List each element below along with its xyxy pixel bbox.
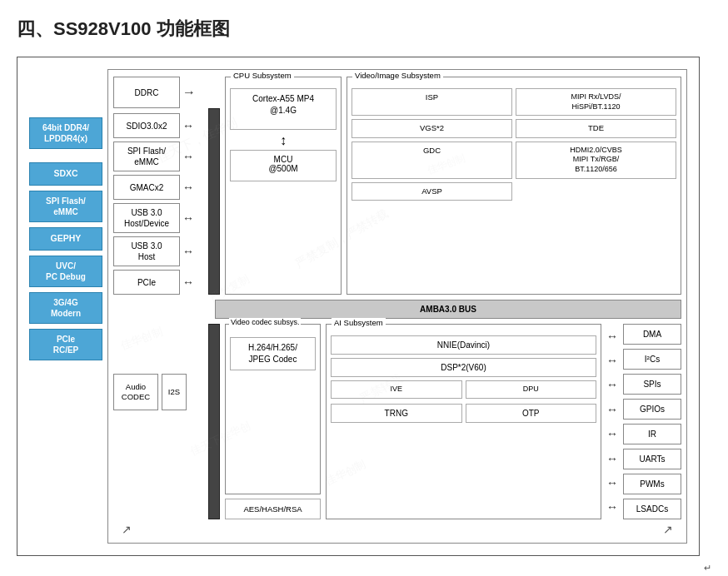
bottom-left-arrow: ↗ [122, 523, 132, 536]
bottom-right-arrow: ↗ [663, 523, 673, 536]
usb-hd-arrow: ↔ [182, 211, 194, 225]
ai-subsystem-label: AI Subsystem [332, 318, 386, 327]
ive-dpu-row: IVE DPU [331, 380, 596, 399]
inner-left-blocks: DDRC → SDIO3.0x2 ↔ SPI Flash/eMMC ↔ GMAC… [113, 77, 203, 295]
usb-h-block: USB 3.0Host [113, 236, 180, 266]
amba-bus: AMBA3.0 BUS [215, 300, 681, 319]
video-subsystem-label: Video/Image Subsystem [352, 71, 443, 80]
bottom-arrows-row: ↗ ↗ [113, 523, 681, 536]
sdio-arrow: ↔ [182, 119, 194, 132]
right-peripherals: DMA I²Cs SPIs GPIOs IR UARTs PWMs LSADCs [623, 324, 681, 519]
arrow7: ↔ [606, 476, 618, 489]
left-external-col: 64bit DDR4/LPDDR4(x) SDXC SPI Flash/eMMC… [29, 69, 102, 544]
main-border-section: DDRC → SDIO3.0x2 ↔ SPI Flash/eMMC ↔ GMAC… [107, 69, 687, 544]
ext-gephy: GEPHY [29, 227, 102, 251]
arrow1: ↔ [606, 330, 618, 343]
bottom-note: ↵ [17, 563, 711, 574]
ext-sdxc: SDXC [29, 162, 102, 186]
ive-block: IVE [331, 380, 462, 399]
cortex-block: Cortex-A55 MP4@1.4G [230, 88, 337, 130]
spi-flash2-row: SPI Flash/eMMC ↔ [113, 142, 203, 171]
avsp-block: AVSP [352, 182, 512, 201]
codec-inner-block: H.264/H.265/JPEG Codec [230, 337, 316, 370]
video-grid: ISP MIPI Rx/LVDS/HiSPi/BT.1120 VGS*2 TDE… [352, 88, 676, 201]
sdio-block: SDIO3.0x2 [113, 113, 180, 138]
ai-grid: NNIE(Davinci) DSP*2(V60) IVE DPU [331, 335, 596, 399]
hdmi-block: HDMI2.0/CVBSMIPI Tx/RGB/BT.1120/656 [516, 142, 676, 179]
gmac-block: GMACx2 [113, 175, 180, 200]
ext-pcie: PCIeRC/EP [29, 329, 102, 360]
usb-hd-block: USB 3.0Host/Device [113, 203, 180, 233]
isp-block: ISP [352, 88, 512, 116]
usb-hd-row: USB 3.0Host/Device ↔ [113, 203, 203, 233]
dsp-block: DSP*2(V60) [331, 358, 596, 377]
arrow4: ↔ [606, 403, 618, 416]
dsp-row: DSP*2(V60) [331, 358, 596, 377]
nnie-block: NNIE(Davinci) [331, 335, 596, 355]
trng-block: TRNG [331, 404, 462, 423]
sdio-row: SDIO3.0x2 ↔ [113, 113, 203, 138]
uarts-block: UARTs [623, 449, 681, 469]
mcu-block: MCU@500M [230, 150, 337, 181]
lsadcs-block: LSADCs [623, 499, 681, 519]
ext-uvc: UVC/PC Debug [29, 256, 102, 287]
ddrc-row: DDRC → [113, 77, 203, 108]
arrow3: ↔ [606, 378, 618, 391]
cpu-blocks: Cortex-A55 MP4@1.4G ↕ MCU@500M [230, 88, 337, 181]
arrow6: ↔ [606, 452, 618, 465]
ext-spi-flash: SPI Flash/eMMC [29, 191, 102, 222]
i2s-block: I2S [162, 374, 187, 410]
gmac-arrow: ↔ [182, 181, 194, 194]
bottom-left-spacer: AudioCODEC I2S [113, 324, 203, 519]
diagram-inner: 64bit DDR4/LPDDR4(x) SDXC SPI Flash/eMMC… [29, 69, 687, 544]
cpu-vertical-arrows: ↕ [230, 133, 337, 148]
cpu-subsystem-label: CPU Subsystem [231, 71, 294, 80]
spis-block: SPIs [623, 374, 681, 395]
pwms-block: PWMs [623, 474, 681, 494]
dpu-block: DPU [466, 380, 597, 399]
audio-codec-block: AudioCODEC [113, 374, 158, 410]
bus-bar [208, 108, 220, 295]
pcie-block: PCIe [113, 270, 180, 295]
bus-bar-bottom [208, 324, 220, 519]
gdc-block: GDC [352, 142, 512, 179]
codec-label: Video codec subsys. [229, 318, 301, 326]
bottom-row: AudioCODEC I2S Video codec subsys. H.264… [113, 324, 681, 519]
dma-block: DMA [623, 324, 681, 345]
pcie-arrow: ↔ [182, 276, 194, 289]
bottom-return-arrow: ↵ [704, 563, 711, 573]
i2cs-block: I²Cs [623, 349, 681, 370]
video-codec-box: Video codec subsys. H.264/H.265/JPEG Cod… [225, 324, 321, 494]
diagram-container: 佳天下，佳华创 严禁复制，严禁转载 佳华创制 严禁转载 佳天下佳华创 佳华创制 … [17, 57, 700, 556]
ext-modem: 3G/4GModern [29, 292, 102, 324]
aes-block: AES/HASH/RSA [225, 499, 321, 519]
usb-h-row: USB 3.0Host ↔ [113, 236, 203, 266]
placeholder-block [516, 182, 676, 201]
arrow2: ↔ [606, 354, 618, 367]
audio-row: AudioCODEC I2S [113, 374, 203, 410]
ddrc-arrow: → [182, 85, 196, 100]
usb-h-arrow: ↔ [182, 245, 194, 258]
video-image-subsystem: Video/Image Subsystem ISP MIPI Rx/LVDS/H… [347, 77, 681, 295]
spi-flash2-block: SPI Flash/eMMC [113, 142, 180, 171]
ai-subsystem: AI Subsystem NNIE(Davinci) DSP*2(V60) IV… [326, 324, 601, 519]
ext-ddr4: 64bit DDR4/LPDDR4(x) [29, 117, 102, 149]
vgs2-block: VGS*2 [352, 119, 512, 137]
gmac-row: GMACx2 ↔ [113, 175, 203, 200]
gpios-block: GPIOs [623, 399, 681, 420]
right-arrows: ↔ ↔ ↔ ↔ ↔ ↔ ↔ ↔ [606, 324, 618, 519]
ir-block: IR [623, 424, 681, 444]
security-row: TRNG OTP [331, 404, 596, 423]
top-row: DDRC → SDIO3.0x2 ↔ SPI Flash/eMMC ↔ GMAC… [113, 77, 681, 295]
tde-block: TDE [516, 119, 676, 137]
arrow8: ↔ [606, 500, 618, 514]
page-title: 四、SS928V100 功能框图 [17, 17, 711, 42]
cpu-subsystem: CPU Subsystem Cortex-A55 MP4@1.4G ↕ MCU@… [225, 77, 342, 295]
ddrc-block: DDRC [113, 77, 180, 108]
middle-col: Video codec subsys. H.264/H.265/JPEG Cod… [225, 324, 321, 519]
mipi-rx-block: MIPI Rx/LVDS/HiSPi/BT.1120 [516, 88, 676, 116]
spi-flash2-arrow: ↔ [182, 150, 194, 163]
otp-block: OTP [466, 404, 597, 423]
arrow5: ↔ [606, 427, 618, 440]
nnie-row: NNIE(Davinci) [331, 335, 596, 355]
